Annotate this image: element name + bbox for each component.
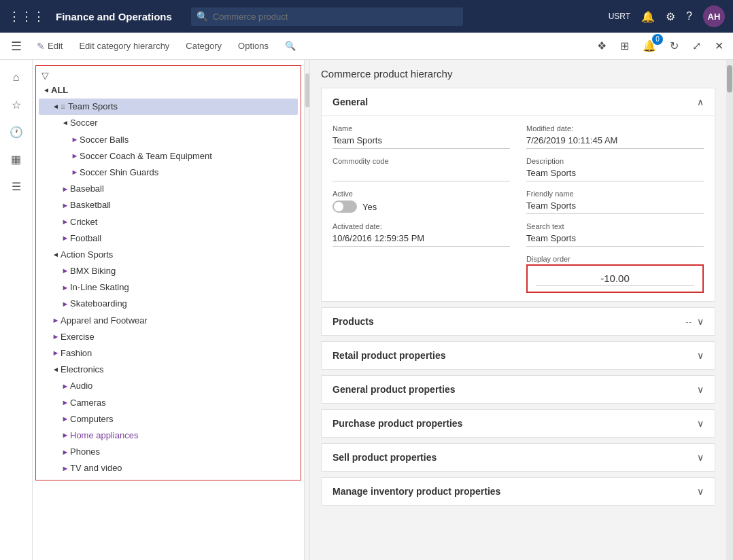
- tree-item-phones[interactable]: ► Phones: [39, 444, 298, 460]
- collapse-action-icon: ◄: [51, 250, 61, 260]
- tree-item-apparel[interactable]: ► Apparel and Footwear: [39, 313, 298, 329]
- tree-item-electronics[interactable]: ◄ Electronics: [39, 362, 298, 378]
- name-value[interactable]: Team Sports: [333, 134, 510, 149]
- tree-item-tv[interactable]: ► TV and video: [39, 460, 298, 476]
- side-icons: ⌂ ☆ 🕐 ▦ ☰: [0, 60, 33, 560]
- office-icon[interactable]: ⊞: [616, 37, 633, 55]
- bell-icon[interactable]: 🔔: [641, 10, 655, 23]
- tree-item-soccer-shin[interactable]: ► Soccer Shin Guards: [39, 164, 298, 181]
- tree-item-inline-skating-label: In-Line Skating: [70, 281, 129, 294]
- section-inventory-header[interactable]: Manage inventory product properties ∨: [322, 478, 715, 505]
- search-text-label: Search text: [526, 222, 704, 230]
- tree-item-all[interactable]: ◄ ALL: [39, 82, 298, 99]
- tree-item-team-sports[interactable]: ◄ ≡ Team Sports: [39, 99, 298, 115]
- tree-item-home-appliances-label: Home appliances: [70, 430, 138, 442]
- tree-item-all-label: ALL: [51, 84, 68, 97]
- description-value[interactable]: Team Sports: [526, 167, 704, 181]
- tree-item-bmx[interactable]: ► BMX Biking: [39, 263, 298, 279]
- tree-item-exercise[interactable]: ► Exercise: [39, 329, 298, 345]
- tree-item-inline-skating[interactable]: ► In-Line Skating: [39, 279, 298, 296]
- section-purchase-header[interactable]: Purchase product properties ∨: [322, 410, 715, 437]
- display-order-label: Display order: [526, 255, 704, 263]
- expand-tv-icon: ►: [61, 463, 70, 474]
- category-button[interactable]: Category: [179, 38, 228, 54]
- search-text-value[interactable]: Team Sports: [526, 232, 704, 247]
- tree-item-action-sports[interactable]: ◄ Action Sports: [39, 247, 298, 263]
- tree-item-soccer-coach[interactable]: ► Soccer Coach & Team Equipment: [39, 148, 298, 164]
- tree-item-fashion[interactable]: ► Fashion: [39, 345, 298, 362]
- expand-bmx-icon: ►: [61, 266, 70, 276]
- expand-retail-icon[interactable]: ∨: [697, 350, 704, 361]
- expand-purchase-icon[interactable]: ∨: [697, 418, 704, 429]
- detail-panel: Commerce product hierarchy General ∧ Nam…: [310, 60, 726, 560]
- options-button[interactable]: Options: [231, 38, 275, 54]
- friendly-value[interactable]: Team Sports: [526, 199, 704, 214]
- collapse-general-icon[interactable]: ∧: [697, 97, 704, 107]
- edit-button[interactable]: ✎ Edit: [30, 38, 69, 54]
- filter-button[interactable]: ▽: [41, 70, 49, 81]
- edit-hierarchy-button[interactable]: Edit category hierarchy: [72, 38, 176, 54]
- find-button[interactable]: 🔍: [278, 38, 303, 54]
- tree-item-football[interactable]: ► Football: [39, 230, 298, 247]
- tree-item-computers[interactable]: ► Computers: [39, 411, 298, 427]
- section-general-header[interactable]: General ∧: [322, 88, 715, 116]
- search-input[interactable]: [191, 7, 463, 26]
- section-general-product-header[interactable]: General product properties ∨: [322, 376, 715, 403]
- section-purchase: Purchase product properties ∨: [321, 409, 715, 438]
- expand-general-product-icon[interactable]: ∨: [697, 384, 704, 395]
- notifications-badge-button[interactable]: 🔔0: [638, 37, 660, 55]
- tree-scrollbar[interactable]: [305, 60, 310, 560]
- search-icon: 🔍: [197, 11, 208, 22]
- tree-item-soccer[interactable]: ◄ Soccer: [39, 115, 298, 131]
- avatar[interactable]: AH: [703, 5, 725, 27]
- expand-sell-icon[interactable]: ∨: [697, 452, 704, 463]
- home-icon[interactable]: ⌂: [4, 65, 29, 90]
- section-sell-header[interactable]: Sell product properties ∨: [322, 444, 715, 471]
- tree-item-soccer-balls[interactable]: ► Soccer Balls: [39, 132, 298, 148]
- field-friendly: Friendly name Team Sports: [526, 190, 704, 214]
- detail-title: Commerce product hierarchy: [321, 68, 715, 80]
- grid-icon[interactable]: ⋮⋮⋮: [8, 9, 45, 24]
- tree-item-basketball[interactable]: ► Basketball: [39, 197, 298, 213]
- main-layout: ⌂ ☆ 🕐 ▦ ☰ ▽ ◄ ALL ◄ ≡ Team Sports: [0, 60, 733, 560]
- apps-icon[interactable]: ❖: [593, 37, 611, 55]
- refresh-button[interactable]: ↻: [666, 37, 683, 55]
- tree-item-computers-label: Computers: [70, 413, 114, 425]
- tree-item-baseball[interactable]: ► Baseball: [39, 181, 298, 197]
- tree-item-cricket-label: Cricket: [70, 216, 97, 228]
- tree-item-cricket[interactable]: ► Cricket: [39, 214, 298, 230]
- tree-item-home-appliances[interactable]: ► Home appliances: [39, 427, 298, 444]
- commodity-label: Commodity code: [333, 157, 510, 165]
- grid-nav-icon[interactable]: ▦: [4, 147, 29, 171]
- recent-icon[interactable]: 🕐: [4, 120, 29, 144]
- detail-scrollbar[interactable]: [726, 60, 733, 560]
- tree-item-audio-label: Audio: [70, 380, 92, 392]
- tree-item-bmx-label: BMX Biking: [70, 265, 116, 277]
- notification-badge: 0: [652, 34, 663, 45]
- section-retail-header[interactable]: Retail product properties ∨: [322, 342, 715, 369]
- tree-item-skateboarding[interactable]: ► Skateboarding: [39, 296, 298, 312]
- tree-item-soccer-label: Soccer: [70, 117, 97, 129]
- expand-products-icon[interactable]: ∨: [697, 316, 704, 327]
- hamburger-button[interactable]: ☰: [5, 36, 27, 56]
- toggle-knob: [334, 202, 343, 211]
- tree-item-audio[interactable]: ► Audio: [39, 378, 298, 394]
- commodity-value[interactable]: [333, 167, 510, 181]
- display-order-value[interactable]: -10.00: [536, 271, 694, 286]
- active-toggle[interactable]: [333, 200, 357, 213]
- list-icon[interactable]: ☰: [4, 174, 29, 198]
- settings-icon[interactable]: ⚙: [666, 10, 675, 23]
- expand-inventory-icon[interactable]: ∨: [697, 486, 704, 497]
- star-icon[interactable]: ☆: [4, 92, 29, 117]
- open-new-button[interactable]: ⤢: [688, 37, 705, 55]
- section-general: General ∧ Name Team Sports Modified date…: [321, 88, 715, 302]
- products-dash: --: [685, 317, 692, 327]
- section-purchase-title: Purchase product properties: [333, 418, 462, 429]
- collapse-soccer-icon: ◄: [61, 118, 70, 128]
- close-button[interactable]: ✕: [711, 37, 728, 55]
- section-products-header[interactable]: Products -- ∨: [322, 308, 715, 335]
- section-sell: Sell product properties ∨: [321, 443, 715, 472]
- tree-item-cameras[interactable]: ► Cameras: [39, 395, 298, 411]
- modified-label: Modified date:: [526, 124, 704, 133]
- help-icon[interactable]: ?: [686, 10, 692, 22]
